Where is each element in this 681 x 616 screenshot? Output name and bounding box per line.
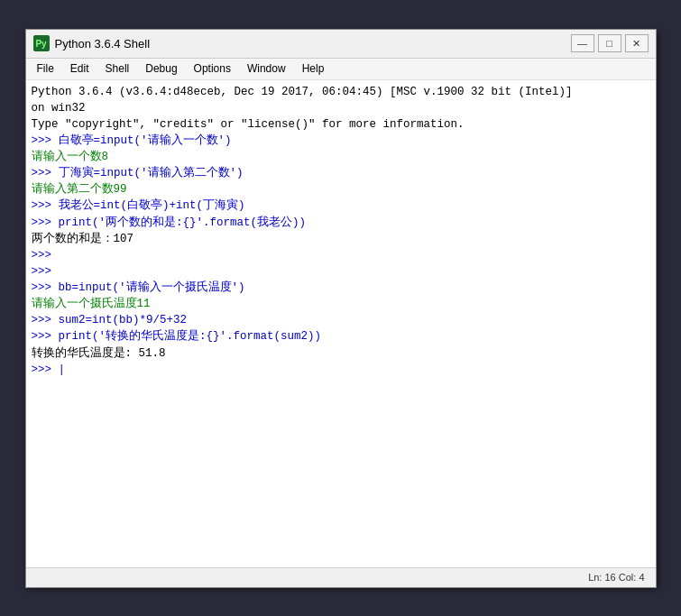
python-shell-window: Py Python 3.6.4 Shell — □ ✕ File Edit Sh… — [25, 29, 657, 588]
shell-line: 两个数的和是：107 — [32, 231, 650, 247]
shell-line: Type "copyright", "credits" or "license(… — [32, 116, 650, 133]
shell-line: >>> bb=input('请输入一个摄氏温度') — [32, 280, 650, 296]
menu-file[interactable]: File — [30, 60, 61, 78]
menu-shell[interactable]: Shell — [98, 60, 137, 78]
window-title: Python 3.6.4 Shell — [55, 37, 571, 51]
menu-help[interactable]: Help — [295, 60, 332, 78]
shell-line: 请输入一个数8 — [32, 149, 650, 165]
shell-line: >>> 白敬亭=input('请输入一个数') — [32, 133, 650, 149]
close-button[interactable]: ✕ — [625, 34, 649, 52]
title-bar: Py Python 3.6.4 Shell — □ ✕ — [26, 30, 656, 59]
shell-line: >>> 丁海寅=input('请输入第二个数') — [32, 165, 650, 181]
shell-line: >>> print('两个数的和是:{}'.format(我老公)) — [32, 215, 650, 231]
maximize-button[interactable]: □ — [598, 34, 621, 52]
shell-line: 转换的华氏温度是: 51.8 — [32, 345, 650, 362]
menu-edit[interactable]: Edit — [63, 60, 97, 78]
minimize-button[interactable]: — — [571, 34, 594, 52]
shell-line: >>> sum2=int(bb)*9/5+32 — [32, 312, 650, 328]
menu-options[interactable]: Options — [187, 60, 238, 78]
menu-bar: File Edit Shell Debug Options Window Hel… — [26, 59, 656, 80]
shell-line: >>> — [32, 247, 650, 263]
menu-debug[interactable]: Debug — [138, 60, 184, 78]
shell-line: 请输入一个摄氏温度11 — [32, 296, 650, 312]
shell-line: on win32 — [32, 100, 650, 116]
shell-line: >>> | — [32, 362, 650, 378]
shell-line: 请输入第二个数99 — [32, 181, 650, 198]
shell-line: Python 3.6.4 (v3.6.4:d48eceb, Dec 19 201… — [32, 84, 650, 100]
window-controls: — □ ✕ — [571, 34, 649, 52]
shell-line: >>> — [32, 263, 650, 280]
shell-line: >>> print('转换的华氏温度是:{}'.format(sum2)) — [32, 328, 650, 345]
shell-output[interactable]: Python 3.6.4 (v3.6.4:d48eceb, Dec 19 201… — [26, 80, 656, 567]
status-bar: Ln: 16 Col: 4 — [26, 567, 656, 587]
app-icon: Py — [33, 35, 50, 51]
cursor-position: Ln: 16 Col: 4 — [588, 572, 644, 583]
menu-window[interactable]: Window — [240, 60, 293, 78]
shell-line: >>> 我老公=int(白敬亭)+int(丁海寅) — [32, 198, 650, 214]
